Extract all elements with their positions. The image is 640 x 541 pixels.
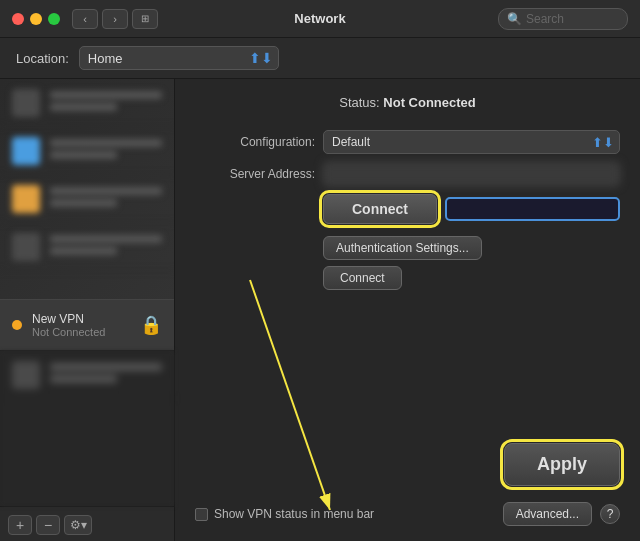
close-button[interactable]: [12, 13, 24, 25]
help-button[interactable]: ?: [600, 504, 620, 524]
maximize-button[interactable]: [48, 13, 60, 25]
sidebar-toolbar: + − ⚙︎▾: [0, 506, 174, 541]
vpn-connection-status: Not Connected: [32, 326, 130, 338]
connect-section: Connect: [195, 194, 620, 224]
location-select[interactable]: Home: [79, 46, 279, 70]
sidebar-bottom-items: [0, 351, 174, 506]
settings-button[interactable]: ⚙︎▾: [64, 515, 92, 535]
sidebar-item-vpn[interactable]: New VPN Not Connected 🔒: [0, 299, 174, 351]
server-address-controls: [323, 162, 620, 186]
vpn-name: New VPN: [32, 312, 130, 326]
sidebar-item-icon-4: [12, 233, 40, 261]
main-content: New VPN Not Connected 🔒 + −: [0, 79, 640, 541]
window-title: Network: [294, 11, 345, 26]
connect-button[interactable]: Connect: [323, 194, 437, 224]
connect-small-button[interactable]: Connect: [323, 266, 402, 290]
traffic-lights: [12, 13, 60, 25]
sidebar-item-icon-2: [12, 137, 40, 165]
sidebar-item-blurred-5[interactable]: [0, 351, 174, 399]
title-bar: ‹ › ⊞ Network 🔍 Search: [0, 0, 640, 38]
sidebar-item-blurred-2[interactable]: [0, 127, 174, 175]
sidebar-item-blurred-3[interactable]: [0, 175, 174, 223]
status-row: Status: Not Connected: [195, 95, 620, 110]
configuration-row: Configuration: Default ⬆︎⬇︎: [195, 130, 620, 154]
search-icon: 🔍: [507, 12, 522, 26]
configuration-select[interactable]: Default: [323, 130, 620, 154]
location-bar: Location: Home ⬆︎⬇︎: [0, 38, 640, 79]
server-address-row: Server Address:: [195, 162, 620, 186]
sidebar-top-items: [0, 79, 174, 299]
location-select-wrapper: Home ⬆︎⬇︎: [79, 46, 279, 70]
status-label: Status:: [339, 95, 379, 110]
remove-connection-button[interactable]: −: [36, 515, 60, 535]
sidebar-item-icon-5: [12, 361, 40, 389]
connect-button-wrapper: Connect: [323, 194, 437, 224]
forward-button[interactable]: ›: [102, 9, 128, 29]
nav-buttons: ‹ ›: [72, 9, 128, 29]
show-vpn-checkbox[interactable]: [195, 508, 208, 521]
server-address-field: [323, 162, 620, 186]
server-address-input[interactable]: [445, 197, 620, 221]
search-box[interactable]: 🔍 Search: [498, 8, 628, 30]
sidebar-item-blurred-1[interactable]: [0, 79, 174, 127]
minimize-button[interactable]: [30, 13, 42, 25]
sidebar-item-icon-3: [12, 185, 40, 213]
show-vpn-text: Show VPN status in menu bar: [214, 507, 374, 521]
add-connection-button[interactable]: +: [8, 515, 32, 535]
bottom-section: Show VPN status in menu bar Advanced... …: [195, 502, 620, 526]
location-label: Location:: [16, 51, 69, 66]
server-address-label: Server Address:: [195, 167, 315, 181]
lock-icon: 🔒: [140, 314, 162, 336]
sidebar-item-icon-1: [12, 89, 40, 117]
bottom-right-buttons: Advanced... ?: [503, 502, 620, 526]
configuration-select-wrapper: Default ⬆︎⬇︎: [323, 130, 620, 154]
vpn-status-indicator: [12, 320, 22, 330]
vpn-info: New VPN Not Connected: [32, 312, 130, 338]
grid-view-button[interactable]: ⊞: [132, 9, 158, 29]
authentication-settings-button[interactable]: Authentication Settings...: [323, 236, 482, 260]
apply-large-wrapper: Apply: [504, 443, 620, 486]
detail-panel: Status: Not Connected Configuration: Def…: [175, 79, 640, 541]
sidebar-item-blurred-4[interactable]: [0, 223, 174, 271]
sidebar: New VPN Not Connected 🔒 + −: [0, 79, 175, 541]
search-placeholder: Search: [526, 12, 564, 26]
apply-large-button[interactable]: Apply: [504, 443, 620, 486]
spacer: [195, 302, 620, 435]
back-button[interactable]: ‹: [72, 9, 98, 29]
show-vpn-label[interactable]: Show VPN status in menu bar: [195, 507, 374, 521]
configuration-label: Configuration:: [195, 135, 315, 149]
secondary-buttons: Authentication Settings... Connect: [323, 236, 620, 290]
connection-status-value: Not Connected: [383, 95, 475, 110]
advanced-button[interactable]: Advanced...: [503, 502, 592, 526]
apply-large-row: Apply: [195, 443, 620, 486]
